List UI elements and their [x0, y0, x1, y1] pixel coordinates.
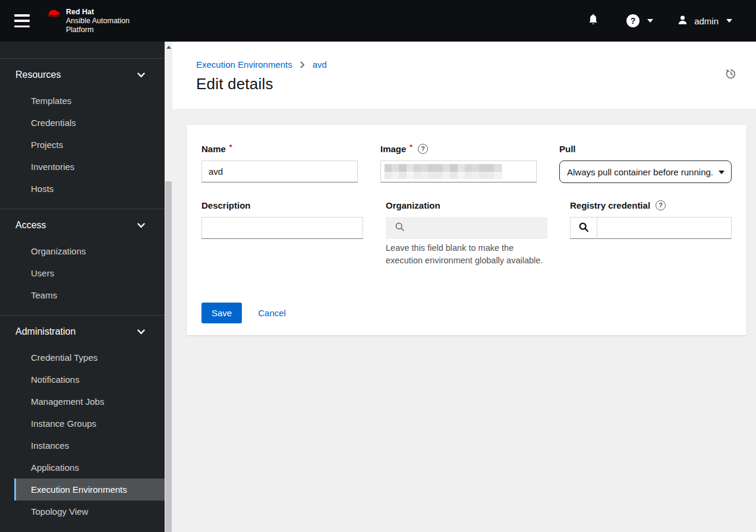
- breadcrumb-avd-link[interactable]: avd: [313, 59, 327, 70]
- image-label: Image * ?: [380, 143, 537, 154]
- pull-selected-value: Always pull container before running.: [567, 167, 713, 177]
- history-icon: [724, 73, 736, 81]
- nav-item-inventories[interactable]: Inventories: [14, 156, 165, 178]
- nav-item-notifications[interactable]: Notifications: [14, 369, 165, 391]
- required-asterisk: *: [410, 143, 412, 152]
- question-circle-icon: ?: [626, 14, 640, 27]
- chevron-down-icon: [137, 70, 145, 80]
- registry-credential-input[interactable]: [597, 217, 732, 239]
- image-field-group: Image * ?: [380, 143, 537, 183]
- brand-line3: Platform: [66, 26, 130, 34]
- nav-item-projects[interactable]: Projects: [14, 134, 165, 156]
- section-label: Access: [15, 220, 46, 231]
- masthead: Red Hat Ansible Automation Platform ?: [0, 0, 756, 42]
- chevron-down-icon: [137, 220, 145, 231]
- help-popover-icon[interactable]: ?: [418, 144, 428, 154]
- registry-credential-lookup: [570, 217, 732, 239]
- sidebar-scrollbar[interactable]: [165, 42, 172, 532]
- username-label: admin: [694, 16, 719, 26]
- breadcrumb: Execution Environments avd: [196, 59, 732, 70]
- nav-toggle-button[interactable]: [14, 14, 30, 27]
- chevron-down-icon: [647, 19, 653, 23]
- pull-field-group: Pull Always pull container before runnin…: [559, 143, 732, 183]
- scrollbar-up-arrow[interactable]: [165, 42, 172, 52]
- main-content: Execution Environments avd Edit details: [172, 42, 756, 532]
- edit-details-card: Name * Image * ?: [187, 125, 746, 335]
- redhat-fedora-icon: [45, 8, 61, 22]
- registry-credential-label: Registry credential ?: [570, 200, 732, 210]
- organization-helper-text: Leave this field blank to make the execu…: [386, 242, 547, 267]
- caret-down-icon: [719, 171, 724, 174]
- description-input[interactable]: [201, 217, 363, 239]
- nav-section-header-administration[interactable]: Administration: [0, 316, 165, 341]
- description-field-group: Description: [201, 200, 363, 267]
- organization-lookup[interactable]: [386, 217, 547, 239]
- cancel-button[interactable]: Cancel: [258, 308, 286, 318]
- nav-item-instance-groups[interactable]: Instance Groups: [14, 413, 165, 435]
- organization-label: Organization: [386, 200, 547, 210]
- brand-line1: Red Hat: [66, 8, 130, 17]
- organization-field-group: Organization Leave this field blank to m…: [386, 200, 547, 267]
- help-menu-button[interactable]: ?: [626, 14, 653, 27]
- help-popover-icon[interactable]: ?: [656, 200, 666, 210]
- angle-right-icon: [300, 61, 305, 68]
- user-icon: [677, 14, 688, 27]
- nav-item-teams[interactable]: Teams: [14, 284, 165, 306]
- search-icon: [578, 222, 589, 234]
- user-menu-button[interactable]: admin: [677, 14, 732, 27]
- nav-item-management-jobs[interactable]: Management Jobs: [14, 391, 165, 413]
- nav-item-organizations[interactable]: Organizations: [14, 240, 165, 262]
- page-title: Edit details: [196, 75, 732, 93]
- page-header: Execution Environments avd Edit details: [172, 42, 756, 109]
- nav-section-header-access[interactable]: Access: [0, 209, 165, 234]
- required-asterisk: *: [229, 143, 232, 152]
- sidebar-scrolled-section-edge: [0, 42, 165, 59]
- registry-credential-field-group: Registry credential ?: [570, 200, 732, 267]
- search-icon: [395, 222, 405, 234]
- chevron-down-icon: [726, 19, 732, 23]
- nav-item-applications[interactable]: Applications: [14, 457, 165, 479]
- save-button[interactable]: Save: [201, 303, 242, 323]
- section-label: Administration: [15, 326, 75, 337]
- breadcrumb-execution-environments-link[interactable]: Execution Environments: [196, 59, 292, 70]
- nav-item-instances[interactable]: Instances: [14, 435, 165, 457]
- app-window: Red Hat Ansible Automation Platform ?: [0, 0, 756, 532]
- brand-line2: Ansible Automation: [66, 17, 130, 26]
- description-label: Description: [201, 200, 363, 210]
- nav-item-hosts[interactable]: Hosts: [14, 178, 165, 200]
- nav-section-administration: Administration Credential Types Notifica…: [0, 316, 165, 531]
- pull-select[interactable]: Always pull container before running.: [559, 160, 732, 183]
- nav-item-topology-view[interactable]: Topology View: [14, 500, 165, 522]
- nav-item-users[interactable]: Users: [14, 262, 165, 284]
- brand-logo: Red Hat Ansible Automation Platform: [45, 8, 130, 34]
- nav-section-access: Access Organizations Users Teams: [0, 209, 165, 316]
- redacted-value: [385, 164, 502, 179]
- nav-item-execution-environments[interactable]: Execution Environments: [14, 479, 165, 500]
- pull-label: Pull: [559, 143, 732, 154]
- nav-section-header-resources[interactable]: Resources: [0, 59, 165, 84]
- name-input[interactable]: [201, 160, 358, 182]
- image-input[interactable]: [380, 160, 537, 182]
- nav-item-credentials[interactable]: Credentials: [14, 112, 165, 134]
- form-actions: Save Cancel: [201, 303, 732, 323]
- name-field-group: Name *: [201, 143, 358, 183]
- chevron-down-icon: [137, 326, 145, 337]
- section-label: Resources: [15, 70, 61, 80]
- bell-icon: [587, 14, 599, 29]
- nav-section-resources: Resources Templates Credentials Projects…: [0, 59, 165, 209]
- registry-credential-search-button[interactable]: [570, 217, 597, 239]
- notifications-button[interactable]: [587, 14, 599, 29]
- nav-item-templates[interactable]: Templates: [14, 90, 165, 112]
- nav-item-credential-types[interactable]: Credential Types: [14, 347, 165, 369]
- history-button[interactable]: [724, 68, 736, 81]
- name-label: Name *: [201, 143, 358, 154]
- scrollbar-thumb[interactable]: [165, 181, 172, 532]
- sidebar-nav: Resources Templates Credentials Projects…: [0, 42, 165, 532]
